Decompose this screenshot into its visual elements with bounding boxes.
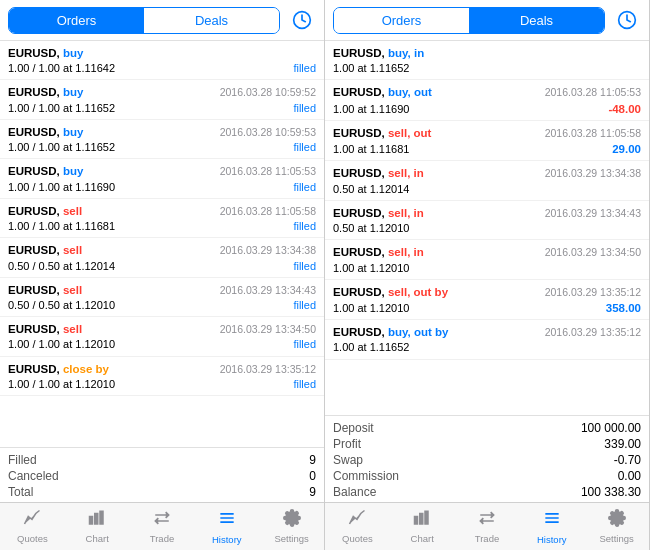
trade-item: EURUSD, sell, in 2016.03.29 13:34:38 0.5… [325,161,649,200]
trade-date: 2016.03.29 13:34:43 [220,283,316,298]
summary-filled-row: Filled 9 [8,452,316,468]
trade-symbol: EURUSD, sell, in [333,244,424,260]
left-clock-icon[interactable] [288,6,316,34]
left-bottom-nav: Quotes Chart Trade History Settings [0,502,324,550]
trade-symbol: EURUSD, sell [8,203,82,219]
trade-vol: 1.00 / 1.00 at 1.11652 [8,101,115,116]
settings-icon [608,509,626,532]
trade-status: filled [293,337,316,352]
trade-vol: 1.00 / 1.00 at 1.12010 [8,377,115,392]
trade-pnl-neg: -48.00 [608,101,641,117]
trade-symbol: EURUSD, sell, out by [333,284,448,300]
settings-icon [283,509,301,532]
trade-date: 2016.03.28 11:05:53 [545,85,641,100]
left-orders-tab[interactable]: Orders [9,8,144,33]
trade-date: 2016.03.28 10:59:53 [220,125,316,140]
right-nav-quotes[interactable]: Quotes [325,503,390,550]
history-icon [217,508,237,533]
right-clock-icon[interactable] [613,6,641,34]
trade-symbol: EURUSD, sell, out [333,125,431,141]
summary-total-value: 9 [309,485,316,499]
trade-vol: 1.00 / 1.00 at 1.12010 [8,337,115,352]
summary-swap-row: Swap -0.70 [333,452,641,468]
trade-date: 2016.03.29 13:35:12 [545,285,641,300]
summary-canceled-value: 0 [309,469,316,483]
left-nav-history-label: History [212,534,242,545]
trade-status: filled [293,180,316,195]
trade-date: 2016.03.29 13:34:50 [545,245,641,260]
summary-filled-label: Filled [8,453,37,467]
trade-item: EURUSD, buy, out by 2016.03.29 13:35:12 … [325,320,649,359]
left-panel: Orders Deals EURUSD, buy 1.00 / 1.00 at … [0,0,325,550]
trade-date: 2016.03.28 11:05:53 [220,164,316,179]
trade-item: EURUSD, sell, out 2016.03.28 11:05:58 1.… [325,121,649,161]
right-nav-history-label: History [537,534,567,545]
trade-icon [153,509,171,532]
trade-date: 2016.03.28 10:59:52 [220,85,316,100]
summary-filled-value: 9 [309,453,316,467]
left-nav-settings[interactable]: Settings [259,503,324,550]
summary-canceled-label: Canceled [8,469,59,483]
quotes-icon [348,509,366,532]
left-tab-bar: Orders Deals [0,0,324,41]
summary-swap-value: -0.70 [614,453,641,467]
trade-symbol: EURUSD, buy [8,163,83,179]
trade-symbol: EURUSD, buy [8,124,83,140]
trade-item: EURUSD, sell 2016.03.29 13:34:38 0.50 / … [0,238,324,277]
right-nav-chart-label: Chart [411,533,434,544]
right-summary: Deposit 100 000.00 Profit 339.00 Swap -0… [325,415,649,502]
trade-item: EURUSD, sell, in 2016.03.29 13:34:50 1.0… [325,240,649,279]
trade-icon [478,509,496,532]
summary-profit-value: 339.00 [604,437,641,451]
trade-date: 2016.03.29 13:35:12 [545,325,641,340]
trade-status: filled [293,259,316,274]
right-nav-quotes-label: Quotes [342,533,373,544]
right-tab-group: Orders Deals [333,7,605,34]
left-nav-history[interactable]: History [194,503,259,550]
svg-rect-9 [420,514,423,525]
trade-item: EURUSD, buy 2016.03.28 10:59:52 1.00 / 1… [0,80,324,119]
trade-vol: 1.00 at 1.11652 [333,340,409,355]
left-nav-quotes[interactable]: Quotes [0,503,65,550]
right-tab-bar: Orders Deals [325,0,649,41]
summary-deposit-row: Deposit 100 000.00 [333,420,641,436]
right-nav-settings[interactable]: Settings [584,503,649,550]
left-trade-list: EURUSD, buy 1.00 / 1.00 at 1.11642 fille… [0,41,324,447]
right-nav-trade[interactable]: Trade [455,503,520,550]
trade-status: filled [293,298,316,313]
summary-profit-label: Profit [333,437,361,451]
left-nav-trade[interactable]: Trade [130,503,195,550]
left-deals-tab[interactable]: Deals [144,8,279,33]
trade-item: EURUSD, sell 2016.03.28 11:05:58 1.00 / … [0,199,324,238]
trade-vol: 1.00 at 1.12010 [333,301,409,316]
left-summary: Filled 9 Canceled 0 Total 9 [0,447,324,502]
right-panel: Orders Deals EURUSD, buy, in 1.00 at 1.1… [325,0,650,550]
summary-total-label: Total [8,485,33,499]
right-nav-history[interactable]: History [519,503,584,550]
trade-symbol: EURUSD, sell, in [333,165,424,181]
right-deals-tab[interactable]: Deals [469,8,604,33]
trade-symbol: EURUSD, sell [8,282,82,298]
right-nav-trade-label: Trade [475,533,499,544]
trade-vol: 1.00 / 1.00 at 1.11652 [8,140,115,155]
history-icon [542,508,562,533]
trade-item: EURUSD, close by 2016.03.29 13:35:12 1.0… [0,357,324,396]
left-nav-chart[interactable]: Chart [65,503,130,550]
right-nav-chart[interactable]: Chart [390,503,455,550]
trade-status: filled [293,61,316,76]
summary-balance-label: Balance [333,485,376,499]
right-orders-tab[interactable]: Orders [334,8,469,33]
svg-rect-2 [95,514,98,525]
summary-deposit-label: Deposit [333,421,374,435]
svg-rect-8 [415,517,418,525]
trade-status: filled [293,377,316,392]
trade-item: EURUSD, sell 2016.03.29 13:34:50 1.00 / … [0,317,324,356]
left-nav-trade-label: Trade [150,533,174,544]
trade-symbol: EURUSD, buy, in [333,45,424,61]
svg-rect-3 [100,511,103,524]
trade-vol: 1.00 / 1.00 at 1.11690 [8,180,115,195]
trade-symbol: EURUSD, buy [8,45,83,61]
trade-date: 2016.03.29 13:34:38 [220,243,316,258]
trade-vol: 1.00 at 1.11652 [333,61,409,76]
trade-symbol: EURUSD, buy [8,84,83,100]
